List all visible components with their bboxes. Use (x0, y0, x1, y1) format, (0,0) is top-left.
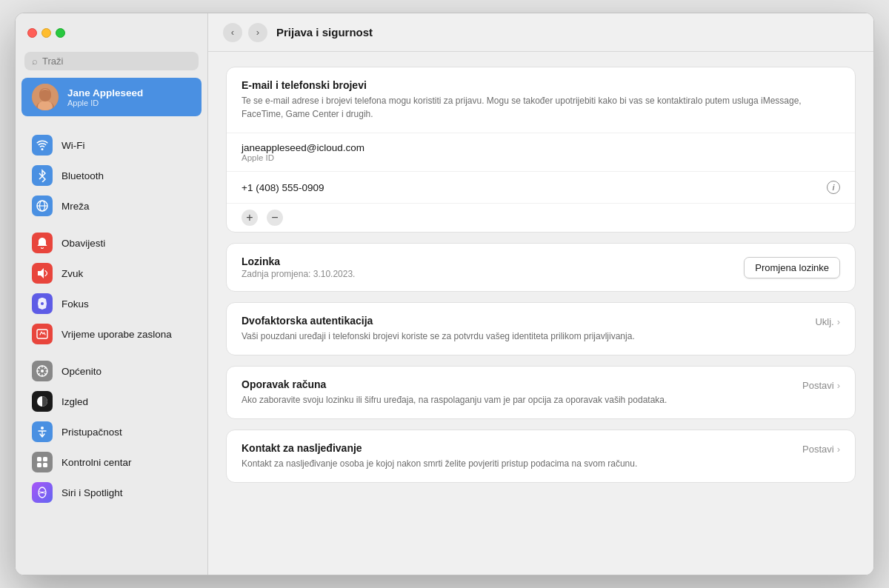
phone-number-text: +1 (408) 555-0909 (242, 182, 324, 193)
profile-name: Jane Appleseed (67, 87, 143, 98)
minimize-button[interactable] (41, 28, 51, 38)
recovery-desc: Ako zaboravite svoju lozinku ili šifru u… (242, 393, 790, 407)
sidebar-item-siri[interactable]: Siri i Spotlight (21, 478, 202, 507)
sidebar-item-label-network: Mreža (61, 201, 90, 212)
svg-rect-18 (43, 463, 47, 467)
sidebar-item-wifi[interactable]: Wi-Fi (21, 130, 202, 160)
two-factor-status-label: Uklj. (815, 316, 833, 327)
two-factor-desc: Vaši pouzdani uređaji i telefonski broje… (242, 330, 803, 343)
sidebar-item-bluetooth[interactable]: Bluetooth (21, 161, 202, 190)
chevron-right-icon: › (837, 316, 840, 327)
sound-icon (32, 263, 53, 284)
maximize-button[interactable] (56, 28, 65, 38)
recovery-action: Postavi › (802, 378, 840, 391)
sidebar-item-focus[interactable]: Fokus (21, 289, 202, 318)
appearance-icon (32, 391, 53, 412)
email-phone-card: E-mail i telefonski brojevi Te se e-mail… (226, 67, 856, 233)
notifications-icon (32, 233, 53, 253)
password-card: Lozinka Zadnja promjena: 3.10.2023. Prom… (226, 243, 856, 292)
email-section-title: E-mail i telefonski brojevi (242, 79, 840, 91)
sidebar-list: Wi-Fi Bluetooth (16, 127, 207, 575)
svg-rect-15 (37, 457, 41, 461)
remove-button[interactable]: − (267, 210, 283, 226)
focus-icon (32, 293, 53, 314)
wifi-icon (32, 135, 53, 156)
sidebar-item-label-notifications: Obavijesti (61, 238, 105, 249)
sidebar-item-label-siri: Siri i Spotlight (61, 487, 123, 498)
sidebar-item-label-wifi: Wi-Fi (61, 140, 84, 151)
forward-button[interactable]: › (248, 23, 267, 42)
password-info: Lozinka Zadnja promjena: 3.10.2023. (242, 255, 355, 279)
search-bar[interactable]: ⌕ (24, 52, 199, 70)
svg-point-9 (41, 302, 44, 305)
legacy-card: Kontakt za nasljeđivanje Kontakt za nasl… (226, 430, 856, 483)
sidebar-item-appearance[interactable]: Izgled (21, 387, 202, 416)
network-icon (32, 196, 53, 216)
sidebar-item-notifications[interactable]: Obavijesti (21, 228, 202, 258)
profile-info: Jane Appleseed Apple ID (67, 87, 143, 107)
recovery-action-label: Postavi (802, 380, 834, 391)
bluetooth-icon (32, 165, 53, 186)
two-factor-row[interactable]: Dvofaktorska autentikacija Vaši pouzdani… (227, 303, 855, 355)
svg-marker-8 (38, 268, 44, 278)
svg-point-12 (41, 370, 44, 372)
two-factor-status: Uklj. › (815, 315, 840, 327)
sidebar-item-screentime[interactable]: Vrijeme uporabe zaslona (21, 319, 202, 349)
phone-row: +1 (408) 555-0909 i (227, 172, 855, 204)
main-content: ‹ › Prijava i sigurnost E-mail i telefon… (208, 13, 873, 575)
titlebar (16, 13, 207, 52)
legacy-action: Postavi › (802, 442, 840, 455)
back-button[interactable]: ‹ (223, 23, 242, 42)
recovery-title: Oporavak računa (242, 378, 790, 390)
sidebar: ⌕ Jane Appleseed Apple ID (16, 13, 208, 575)
sidebar-item-sound[interactable]: Zvuk (21, 258, 202, 288)
siri-icon (32, 482, 53, 503)
recovery-row[interactable]: Oporavak računa Ako zaboravite svoju loz… (227, 367, 855, 418)
content-titlebar: ‹ › Prijava i sigurnost (208, 13, 873, 52)
recovery-text: Oporavak računa Ako zaboravite svoju loz… (242, 378, 802, 407)
sidebar-item-label-sound: Zvuk (61, 268, 83, 279)
legacy-row[interactable]: Kontakt za nasljeđivanje Kontakt za nasl… (227, 430, 855, 482)
sidebar-item-network[interactable]: Mreža (21, 191, 202, 221)
svg-rect-10 (37, 330, 47, 338)
password-row: Lozinka Zadnja promjena: 3.10.2023. Prom… (227, 244, 855, 291)
main-window: ⌕ Jane Appleseed Apple ID (15, 13, 874, 575)
email-address-text: janeappleseed@icloud.com (242, 142, 840, 153)
email-address-item: janeappleseed@icloud.com Apple ID (227, 133, 855, 172)
svg-point-14 (41, 427, 44, 430)
page-title: Prijava i sigurnost (276, 26, 373, 39)
sidebar-item-label-bluetooth: Bluetooth (61, 170, 104, 181)
search-input[interactable] (42, 56, 191, 67)
two-factor-card: Dvofaktorska autentikacija Vaši pouzdani… (226, 302, 856, 355)
sidebar-item-controlcenter[interactable]: Kontrolni centar (21, 447, 202, 477)
recovery-card: Oporavak računa Ako zaboravite svoju loz… (226, 366, 856, 419)
change-password-button[interactable]: Promjena lozinke (744, 257, 840, 278)
accessibility-icon (32, 421, 53, 442)
legacy-chevron-icon: › (837, 444, 840, 455)
sidebar-item-general[interactable]: Općenito (21, 356, 202, 386)
traffic-lights (27, 28, 65, 38)
sidebar-item-label-accessibility: Pristupačnost (61, 427, 122, 438)
legacy-text: Kontakt za nasljeđivanje Kontakt za nasl… (242, 442, 802, 470)
add-remove-row: + − (227, 204, 855, 232)
sidebar-item-label-general: Općenito (61, 366, 101, 377)
two-factor-title: Dvofaktorska autentikacija (242, 315, 803, 327)
two-factor-text: Dvofaktorska autentikacija Vaši pouzdani… (242, 315, 815, 343)
password-label: Lozinka (242, 255, 355, 267)
sidebar-item-label-focus: Fokus (61, 298, 89, 310)
svg-rect-16 (43, 457, 47, 461)
add-button[interactable]: + (242, 210, 258, 226)
info-button[interactable]: i (827, 181, 840, 194)
screentime-icon (32, 324, 53, 344)
svg-rect-17 (37, 463, 41, 467)
sidebar-item-accessibility[interactable]: Pristupačnost (21, 417, 202, 447)
svg-point-3 (41, 89, 50, 98)
sidebar-item-label-screentime: Vrijeme uporabe zaslona (61, 329, 172, 340)
general-icon (32, 361, 53, 381)
profile-item[interactable]: Jane Appleseed Apple ID (21, 78, 202, 116)
profile-subtitle: Apple ID (67, 98, 143, 107)
recovery-chevron-icon: › (837, 380, 840, 391)
close-button[interactable] (27, 28, 37, 38)
sidebar-item-label-controlcenter: Kontrolni centar (61, 457, 132, 468)
legacy-desc: Kontakt za nasljeđivanje osoba je kojoj … (242, 457, 790, 470)
